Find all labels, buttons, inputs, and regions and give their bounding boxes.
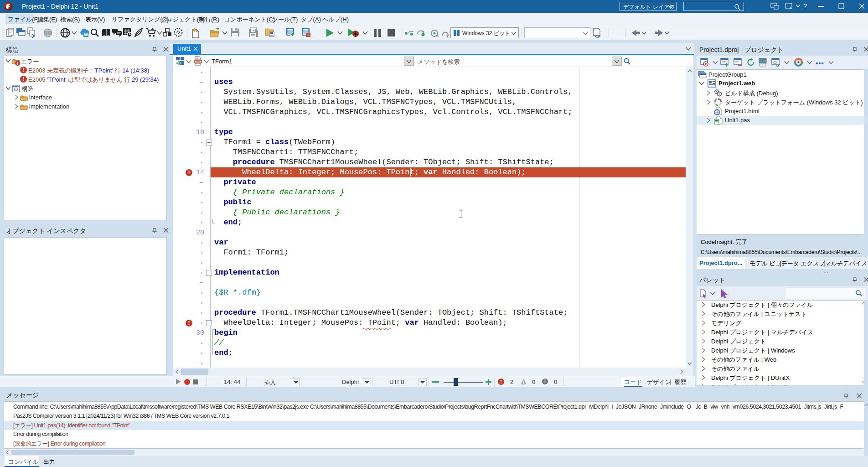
svg-text:W: W <box>84 32 88 37</box>
svg-text:!: ! <box>17 61 18 66</box>
svg-text:!: ! <box>523 380 524 385</box>
